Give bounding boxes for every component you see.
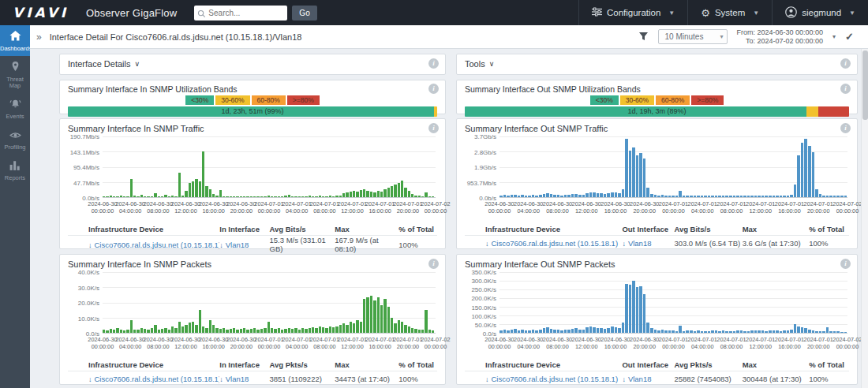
sidebar-item-reports[interactable]: Reports: [0, 155, 30, 185]
bar: [339, 196, 342, 197]
bar: [560, 196, 563, 197]
info-icon[interactable]: i: [840, 123, 851, 133]
bar: [589, 326, 593, 333]
down-arrow-icon: ↓: [219, 375, 223, 383]
device-link[interactable]: ↓Cisco7606.ral.ds.jdsu.net (10.15.18.1): [88, 241, 219, 249]
bar: [309, 196, 311, 197]
info-icon[interactable]: i: [428, 123, 439, 133]
time-range-caret-icon[interactable]: ▾: [832, 33, 836, 40]
bar: [743, 196, 746, 197]
bar: [291, 196, 294, 197]
bar: [140, 328, 143, 333]
bar: [278, 196, 280, 197]
bar: [622, 323, 625, 333]
sidebar-item-label: Reports: [0, 175, 30, 181]
bar: [600, 328, 603, 333]
bar: [525, 330, 528, 333]
chart-title: Summary Interface Out SNMP Traffic: [465, 124, 608, 133]
info-icon[interactable]: i: [840, 84, 851, 94]
collapse-chevron-icon[interactable]: »: [36, 32, 42, 43]
interface-link[interactable]: ↓Vlan18: [219, 241, 269, 249]
bar: [765, 196, 768, 197]
panel-tools: Tools ∨ i: [456, 54, 858, 75]
bar: [274, 196, 276, 197]
table-row: ↓Cisco7606.ral.ds.jdsu.net (10.15.18.1)↓…: [465, 371, 849, 386]
filter-icon[interactable]: [638, 30, 649, 44]
bar: [557, 330, 560, 333]
table-header-cell: Infrastructure Device: [485, 360, 622, 369]
chevron-down-icon: ▼: [753, 9, 759, 17]
device-link[interactable]: ↓Cisco7606.ral.ds.jdsu.net (10.15.18.1): [485, 239, 622, 248]
bar: [503, 330, 507, 333]
info-icon[interactable]: i: [428, 259, 439, 269]
info-icon[interactable]: i: [840, 259, 851, 269]
bar: [586, 327, 589, 333]
bar: [301, 196, 304, 197]
bar: [571, 329, 574, 333]
bar: [722, 196, 725, 197]
bar: [246, 330, 249, 333]
y-axis-tick-label: 953.7Mb/s: [467, 179, 496, 186]
sidebar-item-events[interactable]: Events: [0, 93, 30, 124]
bar: [432, 330, 434, 333]
bar: [230, 196, 232, 197]
bar: [130, 179, 133, 197]
max-value: 300448 (at 17:30): [743, 375, 810, 383]
legend-chip: >=80%: [287, 95, 320, 105]
time-range[interactable]: From: 2024-06-30 00:00:00 To: 2024-07-02…: [737, 28, 824, 45]
bar: [636, 287, 639, 333]
bar: [174, 196, 177, 197]
sidebar-item-label: Profiling: [0, 144, 30, 151]
menu-siegmund[interactable]: siegmund▼: [772, 0, 868, 25]
bar: [408, 191, 410, 197]
bar: [679, 326, 682, 333]
menu-configuration[interactable]: Configuration▼: [578, 0, 687, 25]
bar: [294, 196, 297, 197]
pct-total-value: 100%: [398, 375, 437, 383]
avg-value: 303.0 M/s (6.54 TB): [674, 239, 742, 248]
menu-system[interactable]: ⚙System▼: [687, 0, 772, 25]
bar: [733, 196, 736, 197]
bar: [750, 196, 754, 197]
table-header-cell: Infrastructure Device: [485, 225, 622, 233]
bar: [844, 332, 847, 333]
device-link[interactable]: ↓Cisco7606.ral.ds.jdsu.net (10.15.18.1): [485, 375, 622, 383]
device-link[interactable]: ↓Cisco7606.ral.ds.jdsu.net (10.15.18.1): [88, 375, 219, 383]
breadcrumb-controls: 10 Minutes ▾ From: 2024-06-30 00:00:00 T…: [638, 28, 868, 45]
bar: [147, 196, 149, 197]
sidebar-item-label: Dashboards: [0, 46, 30, 52]
sidebar-item-threat-map[interactable]: Threat Map: [0, 56, 30, 93]
down-arrow-icon: ↓: [622, 240, 626, 248]
interval-select[interactable]: 10 Minutes ▾: [658, 29, 728, 44]
bar: [625, 139, 628, 197]
info-icon[interactable]: i: [428, 58, 439, 69]
interface-details-collapse-icon[interactable]: ∨: [134, 60, 140, 68]
bar: [322, 196, 324, 197]
bar: [240, 196, 242, 197]
utilization-legend: <30%30-60%60-80%>=80%: [457, 95, 857, 105]
y-axis-tick-label: 200.0K/s: [471, 295, 496, 302]
interface-link[interactable]: ↓Vlan18: [622, 239, 674, 248]
interface-link[interactable]: ↓Vlan18: [622, 375, 674, 383]
bar: [836, 331, 840, 333]
info-icon[interactable]: i: [840, 58, 851, 69]
scrollbar[interactable]: [861, 49, 868, 388]
info-icon[interactable]: i: [428, 84, 439, 94]
sidebar-item-dashboards[interactable]: Dashboards: [0, 25, 30, 56]
go-button[interactable]: Go: [292, 6, 316, 21]
table-header-cell: Avg Bits/s: [270, 225, 335, 233]
bar: [243, 328, 245, 333]
bar: [643, 294, 646, 333]
bar: [776, 330, 779, 333]
scrollbar-thumb[interactable]: [862, 50, 868, 120]
bar: [113, 196, 115, 197]
interface-link[interactable]: ↓Vlan18: [219, 375, 269, 383]
y-axis-tick-label: 40.0K/s: [78, 269, 99, 276]
home-icon: [9, 30, 21, 43]
bar: [209, 320, 211, 333]
apply-check-icon[interactable]: ✓: [845, 31, 854, 43]
tools-collapse-icon[interactable]: ∨: [489, 60, 495, 68]
sidebar-item-profiling[interactable]: Profiling: [0, 124, 30, 155]
search-input[interactable]: [194, 6, 287, 21]
bar: [411, 328, 413, 333]
